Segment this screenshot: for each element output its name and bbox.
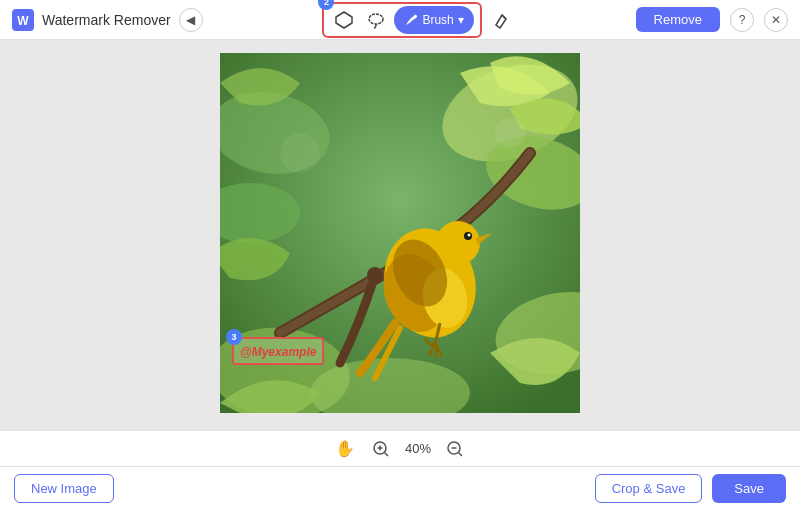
brush-label: Brush (422, 13, 453, 27)
watermark-selection: 3 @Myexample (232, 337, 324, 365)
svg-point-22 (495, 118, 525, 148)
hand-icon: ✋ (335, 439, 355, 458)
image-container: 3 @Myexample (220, 53, 580, 417)
canvas-area[interactable]: 3 @Myexample (0, 40, 800, 430)
polygon-tool-button[interactable] (330, 6, 358, 34)
crop-save-button[interactable]: Crop & Save (595, 474, 703, 503)
zoom-level: 40% (405, 441, 431, 456)
zoom-in-icon (372, 440, 390, 458)
remove-button[interactable]: Remove (636, 7, 720, 32)
bottom-right-actions: Crop & Save Save (595, 474, 786, 503)
svg-point-3 (369, 14, 383, 24)
zoom-in-button[interactable] (369, 437, 393, 461)
title-bar: W Watermark Remover ◀ 2 (0, 0, 800, 40)
question-icon: ? (739, 13, 746, 27)
svg-point-23 (280, 133, 320, 173)
zoom-bar: ✋ 40% (0, 430, 800, 466)
svg-marker-2 (336, 12, 352, 28)
watermark-text: @Myexample (240, 345, 316, 359)
lasso-icon (367, 11, 385, 29)
svg-text:W: W (17, 14, 29, 28)
eraser-button[interactable] (488, 6, 516, 34)
app-logo-icon: W (12, 9, 34, 31)
title-left: W Watermark Remover ◀ (12, 8, 203, 32)
back-arrow-icon: ◀ (186, 13, 195, 27)
brush-icon (404, 13, 418, 27)
save-button[interactable]: Save (712, 474, 786, 503)
eraser-icon (493, 11, 511, 29)
close-button[interactable]: ✕ (764, 8, 788, 32)
tool-group: 2 Brush ▾ (322, 2, 481, 38)
step-badge-3: 3 (226, 329, 242, 345)
title-right: Remove ? ✕ (636, 7, 788, 32)
help-button[interactable]: ? (730, 8, 754, 32)
svg-line-30 (459, 452, 463, 456)
polygon-icon (335, 11, 353, 29)
zoom-out-button[interactable] (443, 437, 467, 461)
svg-point-21 (468, 234, 471, 237)
app-title: Watermark Remover (42, 12, 171, 28)
nav-back-button[interactable]: ◀ (179, 8, 203, 32)
brush-dropdown-icon: ▾ (458, 13, 464, 27)
zoom-out-icon (446, 440, 464, 458)
brush-tool-button[interactable]: Brush ▾ (394, 6, 473, 34)
lasso-tool-button[interactable] (362, 6, 390, 34)
new-image-button[interactable]: New Image (14, 474, 114, 503)
hand-tool-button[interactable]: ✋ (333, 437, 357, 461)
close-icon: ✕ (771, 13, 781, 27)
bottom-bar: New Image Crop & Save Save (0, 466, 800, 510)
svg-point-19 (436, 221, 480, 265)
toolbar: 2 Brush ▾ (322, 2, 515, 38)
svg-line-27 (384, 452, 388, 456)
